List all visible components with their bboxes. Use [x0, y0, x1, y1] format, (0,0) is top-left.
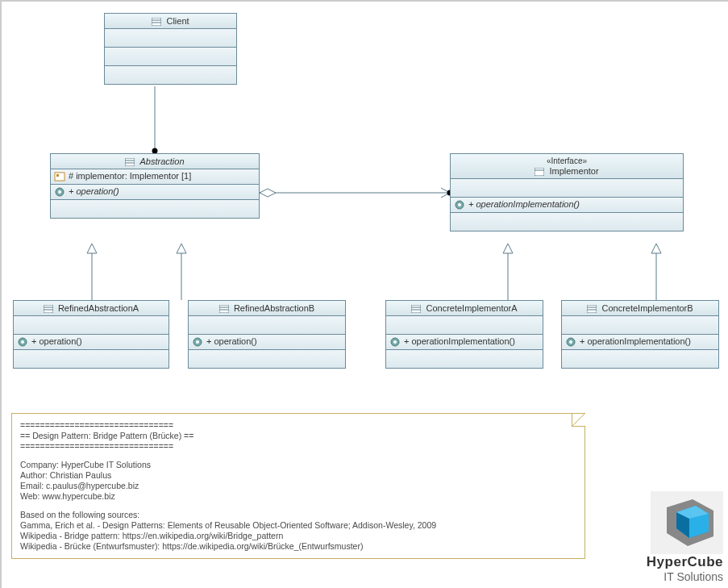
note-line: =============================== [20, 420, 576, 431]
class-name-label: RefinedAbstractionA [58, 303, 139, 313]
note-line: Based on the following sources: [20, 510, 576, 520]
svg-point-46 [569, 340, 572, 344]
note-line: Email: c.paulus@hypercube.biz [20, 481, 576, 491]
extra-section [189, 350, 345, 368]
note-line: == Design Pattern: Bridge Pattern (Brück… [20, 431, 576, 441]
class-icon [44, 305, 53, 313]
class-name-label: Implementor [549, 166, 598, 176]
attributes-section: # implementor: Implementor [1] [51, 169, 259, 185]
svg-marker-10 [503, 244, 513, 253]
attributes-section [14, 316, 168, 335]
attributes-section [105, 29, 236, 48]
svg-rect-16 [125, 158, 135, 166]
class-name-label: Client [166, 16, 189, 26]
class-title: ConcreteImplementorB [562, 301, 718, 316]
svg-point-22 [58, 190, 61, 194]
operations-section: + operationImplementation() [386, 335, 543, 350]
svg-rect-42 [587, 305, 597, 313]
note-line: Author: Christian Paulus [20, 470, 576, 481]
operation-icon [17, 336, 28, 348]
interface-icon [535, 168, 544, 176]
note-fold-icon [572, 413, 585, 427]
operation-label: + operationImplementation() [404, 336, 515, 346]
operation-icon [565, 336, 576, 348]
svg-point-41 [393, 340, 397, 344]
logo-title: HyperCube [594, 554, 723, 570]
operation-icon [192, 336, 203, 348]
svg-rect-32 [219, 305, 229, 313]
class-name-label: ConcreteImplementorA [426, 303, 517, 313]
operation-icon [54, 186, 65, 198]
note-line: Company: HyperCube IT Solutions [20, 460, 576, 470]
attribute-label: # implementor: Implementor [1] [69, 171, 191, 181]
note-line: Wikipedia - Bridge pattern: https://en.w… [20, 531, 576, 541]
diagram-note[interactable]: =============================== == Desig… [11, 413, 585, 559]
note-line: Gamma, Erich et al. - Design Patterns: E… [20, 520, 576, 531]
class-concrete-a[interactable]: ConcreteImplementorA + operationImplemen… [385, 300, 543, 369]
attributes-section [451, 179, 683, 198]
extra-section [14, 350, 168, 368]
note-line: Wikipedia - Brücke (Entwurfsmuster): htt… [20, 541, 576, 552]
svg-rect-23 [535, 168, 544, 176]
class-name-label: RefinedAbstractionB [234, 303, 314, 313]
operation-label: + operation() [69, 186, 119, 196]
svg-rect-19 [55, 173, 64, 181]
class-icon [152, 18, 161, 26]
attribute-icon [54, 171, 65, 182]
class-icon [219, 305, 229, 313]
class-title: ConcreteImplementorA [386, 301, 543, 316]
class-icon [411, 305, 421, 313]
svg-point-36 [196, 340, 199, 344]
svg-marker-3 [260, 189, 276, 197]
extra-section [105, 66, 236, 84]
operation-label: + operation() [31, 336, 82, 346]
operations-section: + operationImplementation() [562, 335, 718, 350]
svg-rect-27 [44, 305, 53, 313]
svg-point-31 [21, 340, 24, 344]
svg-marker-8 [177, 244, 186, 253]
operations-section: + operationImplementation() [451, 198, 683, 213]
operation-label: + operationImplementation() [580, 336, 691, 346]
class-title: «Interface» Implementor [451, 154, 683, 179]
class-icon [587, 305, 597, 313]
operation-icon [454, 199, 465, 211]
svg-rect-20 [56, 174, 59, 177]
extra-section [51, 200, 259, 218]
operation-label: + operation() [206, 336, 257, 346]
extra-section [451, 213, 683, 231]
svg-marker-6 [87, 244, 97, 253]
attributes-section [562, 316, 718, 335]
logo-subtitle: IT Solutions [594, 570, 723, 583]
stereotype-label: «Interface» [452, 156, 681, 166]
class-title: Client [105, 14, 236, 29]
svg-point-26 [458, 203, 461, 206]
class-refined-b[interactable]: RefinedAbstractionB + operation() [188, 300, 346, 369]
note-gap [20, 452, 576, 460]
note-gap [20, 502, 576, 510]
class-title: RefinedAbstractionA [14, 301, 168, 316]
operation-label: + operationImplementation() [468, 199, 580, 209]
class-name-label: ConcreteImplementorB [601, 303, 693, 313]
class-title: Abstraction [51, 154, 259, 169]
svg-rect-37 [411, 305, 421, 313]
attributes-section [386, 316, 543, 335]
class-concrete-b[interactable]: ConcreteImplementorB + operationImplemen… [561, 300, 719, 369]
cube-icon [651, 491, 723, 554]
note-line: Web: www.hypercube.biz [20, 491, 576, 502]
class-name-label: Abstraction [140, 156, 185, 166]
brand-logo: HyperCube IT Solutions [594, 491, 723, 583]
note-line: =============================== [20, 441, 576, 452]
class-abstraction[interactable]: Abstraction # implementor: Implementor [… [50, 153, 260, 219]
operations-section [105, 48, 236, 66]
svg-rect-13 [152, 18, 161, 26]
class-implementor[interactable]: «Interface» Implementor + operationImple… [450, 153, 684, 231]
operations-section: + operation() [14, 335, 168, 350]
class-icon [125, 158, 135, 166]
class-refined-a[interactable]: RefinedAbstractionA + operation() [13, 300, 169, 369]
class-title: RefinedAbstractionB [189, 301, 345, 316]
operation-icon [389, 336, 401, 348]
diagram-canvas: Client Abstraction # implementor: Implem… [2, 2, 728, 588]
extra-section [386, 350, 543, 368]
class-client[interactable]: Client [104, 13, 237, 85]
operations-section: + operation() [51, 185, 259, 200]
